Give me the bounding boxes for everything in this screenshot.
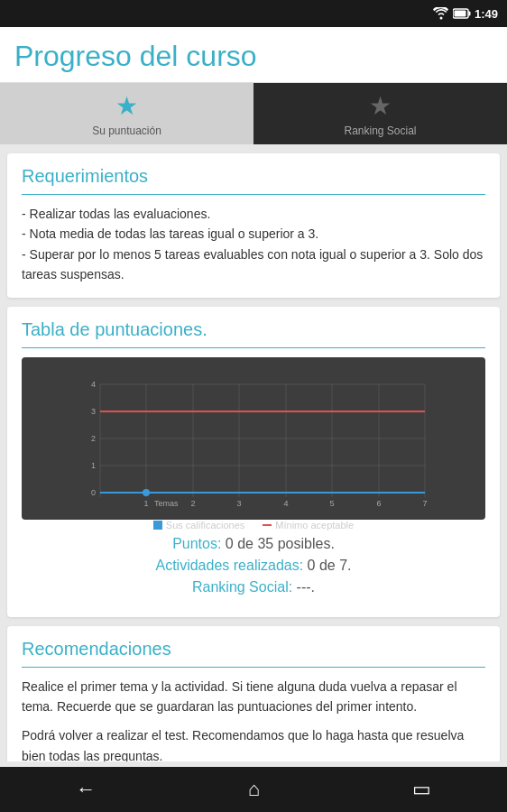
stat-puntos: Puntos: 0 de 35 posibles. [22, 536, 485, 552]
recent-button[interactable]: ▭ [394, 770, 449, 808]
svg-text:6: 6 [376, 499, 381, 508]
star-icon-inactive: ★ [369, 91, 392, 121]
puntuaciones-card: Tabla de puntuaciones. Range calificació… [7, 307, 500, 617]
stat-actividades: Actividades realizadas: 0 de 7. [22, 558, 485, 574]
status-icons: 1:49 [433, 7, 498, 21]
svg-text:3: 3 [236, 499, 241, 508]
stat-ranking: Ranking Social: ---. [22, 579, 485, 595]
tab-ranking-social-label: Ranking Social [344, 125, 416, 137]
stat-ranking-label: Ranking Social: [192, 579, 292, 595]
chart-svg: Range calificación 0 1 2 3 4 [31, 366, 476, 511]
stat-puntos-label: Puntos: [172, 536, 221, 551]
puntuaciones-title: Tabla de puntuaciones. [22, 319, 485, 348]
content-area: Requerimientos - Realizar todas las eval… [0, 144, 507, 761]
requirements-text: - Realizar todas las evaluaciones. - Not… [22, 204, 485, 285]
svg-text:Temas: Temas [154, 499, 179, 508]
tabs-container: ★ Su puntuación ★ Ranking Social [0, 83, 507, 144]
req-item-1: - Realizar todas las evaluaciones. [22, 207, 210, 221]
stat-actividades-label: Actividades realizadas: [155, 558, 303, 573]
bottom-nav: ← ⌂ ▭ [0, 767, 507, 812]
tab-su-puntuacion[interactable]: ★ Su puntuación [0, 83, 254, 144]
status-time: 1:49 [475, 7, 498, 21]
chart-legend: Sus calificaciones Mínimo aceptable [31, 520, 476, 531]
tab-ranking-social[interactable]: ★ Ranking Social [254, 83, 507, 144]
battery-icon [453, 8, 471, 19]
status-bar: 1:49 [0, 0, 507, 27]
tab-su-puntuacion-label: Su puntuación [92, 125, 161, 137]
legend-blue-label: Sus calificaciones [166, 520, 244, 531]
recommendation-p1: Realice el primer tema y la actividad. S… [22, 677, 485, 717]
legend-red: Mínimo aceptable [263, 520, 354, 531]
svg-text:5: 5 [329, 499, 334, 508]
req-item-2: - Nota media de todas las tareas igual o… [22, 226, 318, 241]
stats-container: Puntos: 0 de 35 posibles. Actividades re… [22, 529, 485, 604]
svg-text:0: 0 [91, 488, 96, 497]
page-title: Progreso del curso [14, 40, 493, 73]
legend-red-dot [263, 524, 272, 526]
legend-blue-dot [153, 521, 162, 530]
svg-point-32 [143, 489, 150, 496]
back-button[interactable]: ← [58, 770, 114, 808]
recommendations-title: Recomendaciones [22, 639, 485, 668]
svg-text:2: 2 [190, 499, 195, 508]
recommendations-card: Recomendaciones Realice el primer tema y… [7, 626, 500, 761]
svg-text:7: 7 [422, 499, 427, 508]
req-item-3: - Superar por lo menos 5 tareas evaluabl… [22, 247, 483, 281]
stat-puntos-value: 0 de 35 posibles. [226, 536, 335, 551]
svg-text:4: 4 [91, 380, 96, 389]
stat-actividades-value: 0 de 7. [308, 558, 352, 573]
recommendation-p2: Podrá volver a realizar el test. Recomen… [22, 725, 485, 761]
stat-ranking-value: ---. [297, 579, 315, 595]
star-icon-active: ★ [115, 91, 138, 121]
svg-rect-2 [454, 11, 466, 17]
requirements-card: Requerimientos - Realizar todas las eval… [7, 153, 500, 298]
svg-text:3: 3 [91, 407, 96, 416]
svg-rect-1 [468, 12, 470, 16]
legend-blue: Sus calificaciones [153, 520, 244, 531]
home-button[interactable]: ⌂ [230, 770, 278, 808]
wifi-icon [433, 7, 449, 20]
svg-text:4: 4 [283, 499, 288, 508]
requirements-title: Requerimientos [22, 166, 485, 195]
legend-red-label: Mínimo aceptable [275, 520, 354, 531]
chart-container: Range calificación 0 1 2 3 4 [22, 357, 485, 520]
header: Progreso del curso [0, 27, 507, 83]
svg-text:2: 2 [91, 434, 96, 443]
svg-text:1: 1 [91, 461, 96, 470]
svg-text:1: 1 [143, 499, 148, 508]
